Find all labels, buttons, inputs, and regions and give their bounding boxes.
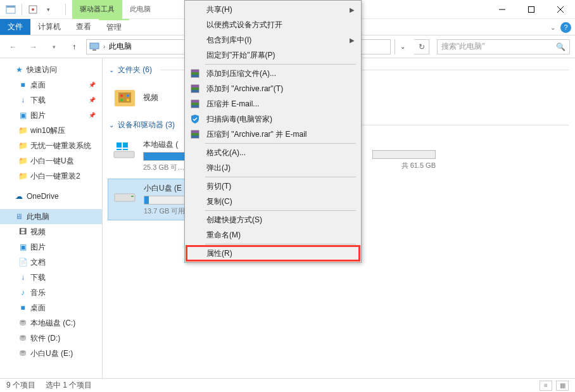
- forward-button[interactable]: →: [25, 39, 42, 55]
- item-icon: ■: [18, 303, 28, 313]
- sidebar-item[interactable]: ▣图片📌: [0, 108, 102, 123]
- context-menu-item[interactable]: 弹出(J): [186, 160, 360, 175]
- context-menu-item[interactable]: 添加到压缩文件(A)...: [186, 66, 360, 81]
- sidebar-item-label: 文档: [30, 257, 46, 268]
- ribbon-context-tab-tools[interactable]: 驱动器工具: [72, 0, 122, 19]
- menu-item-label: 固定到"开始"屏幕(P): [206, 50, 275, 61]
- chevron-down-icon: ⌄: [109, 66, 114, 73]
- sidebar-item-label: 本地磁盘 (C:): [30, 318, 75, 329]
- menu-item-label: 包含到库中(I): [206, 35, 251, 46]
- svg-rect-5: [529, 6, 534, 12]
- pc-icon: 🖥: [14, 212, 24, 222]
- sidebar-item[interactable]: ↓下载: [0, 270, 102, 285]
- expand-ribbon-icon[interactable]: ⌄: [550, 24, 555, 31]
- context-menu-item[interactable]: 固定到"开始"屏幕(P): [186, 47, 360, 63]
- cloud-icon: ☁: [14, 191, 24, 201]
- sidebar-item[interactable]: 📄文档: [0, 255, 102, 270]
- svg-rect-43: [191, 133, 199, 136]
- sidebar-onedrive[interactable]: ☁ OneDrive: [0, 189, 102, 204]
- breadcrumb-dropdown[interactable]: ⌄: [395, 39, 410, 54]
- sidebar-item[interactable]: 📁小白一键重装2: [0, 168, 102, 184]
- sidebar-item[interactable]: ⛃软件 (D:): [0, 331, 102, 346]
- up-button[interactable]: ↑: [66, 39, 82, 55]
- sidebar-item[interactable]: 📁win10解压: [0, 123, 102, 138]
- tab-computer[interactable]: 计算机: [30, 19, 68, 35]
- svg-rect-40: [191, 105, 199, 108]
- back-button[interactable]: ←: [5, 39, 22, 55]
- navigation-pane[interactable]: ★ 快速访问 ■桌面📌↓下载📌▣图片📌📁win10解压📁无忧一键重装系统📁小白一…: [0, 58, 103, 378]
- search-icon: 🔍: [556, 42, 566, 51]
- qat-properties-icon[interactable]: [26, 3, 40, 16]
- svg-point-13: [127, 94, 129, 97]
- context-menu-item[interactable]: 压缩到 "Archive.rar" 并 E-mail: [186, 127, 360, 142]
- menu-separator: [205, 210, 356, 211]
- item-icon: ♪: [18, 288, 28, 298]
- svg-rect-26: [123, 149, 128, 150]
- sidebar-item[interactable]: 🎞视频: [0, 224, 102, 239]
- item-icon: ↓: [18, 272, 28, 282]
- context-menu-item[interactable]: 包含到库中(I)▶: [186, 32, 360, 47]
- sidebar-item-label: 下载: [30, 95, 46, 106]
- close-button[interactable]: [546, 0, 575, 19]
- item-icon: ⛃: [18, 318, 28, 328]
- sidebar-item[interactable]: 📁小白一键U盘: [0, 153, 102, 168]
- context-menu-item[interactable]: 重命名(M): [186, 227, 360, 243]
- sidebar-item[interactable]: ♪音乐: [0, 285, 102, 300]
- sidebar-item[interactable]: 📁无忧一键重装系统: [0, 138, 102, 153]
- context-menu-item[interactable]: 扫描病毒(电脑管家): [186, 111, 360, 127]
- folder-tile[interactable]: 视频: [108, 82, 190, 113]
- sidebar-item[interactable]: ⛃小白U盘 (E:): [0, 346, 102, 361]
- context-menu-item[interactable]: 剪切(T): [186, 179, 360, 194]
- expand-icon[interactable]: [5, 213, 11, 220]
- qat-dropdown-icon[interactable]: ▾: [41, 3, 55, 16]
- context-menu-item[interactable]: 创建快捷方式(S): [186, 212, 360, 227]
- window-icon[interactable]: [4, 3, 18, 16]
- expand-icon[interactable]: [5, 66, 11, 73]
- submenu-arrow-icon: ▶: [350, 6, 355, 13]
- view-tiles-button[interactable]: ▦: [556, 381, 569, 391]
- menu-item-label: 重命名(M): [206, 230, 241, 241]
- menu-item-label: 添加到 "Archive.rar"(T): [206, 84, 283, 94]
- menu-item-icon: [189, 213, 201, 226]
- minimize-button[interactable]: [488, 0, 517, 19]
- sidebar-item-label: 图片: [30, 110, 46, 121]
- context-menu-item[interactable]: 压缩并 E-mail...: [186, 96, 360, 111]
- item-icon: ▣: [18, 110, 28, 120]
- item-icon: ▣: [18, 242, 28, 252]
- svg-point-15: [127, 99, 129, 101]
- tab-file[interactable]: 文件: [0, 19, 30, 35]
- tab-view[interactable]: 查看: [68, 19, 99, 35]
- context-menu-item[interactable]: 共享(H)▶: [186, 2, 360, 17]
- context-menu[interactable]: 共享(H)▶以便携式设备方式打开包含到库中(I)▶固定到"开始"屏幕(P)添加到…: [184, 0, 362, 263]
- sidebar-item[interactable]: ▣图片: [0, 239, 102, 255]
- expand-icon[interactable]: [5, 193, 11, 199]
- breadcrumb-this-pc[interactable]: 此电脑: [109, 41, 132, 52]
- sidebar-quick-access[interactable]: ★ 快速访问: [0, 62, 102, 77]
- svg-rect-24: [123, 142, 128, 148]
- menu-item-icon: [189, 229, 201, 241]
- sidebar-item[interactable]: ↓下载📌: [0, 92, 102, 108]
- context-menu-item[interactable]: 以便携式设备方式打开: [186, 17, 360, 32]
- context-menu-item[interactable]: 属性(R): [186, 246, 360, 261]
- menu-item-icon: [189, 82, 201, 95]
- sidebar-this-pc[interactable]: 🖥 此电脑: [0, 209, 102, 224]
- maximize-button[interactable]: [517, 0, 546, 19]
- sidebar-item[interactable]: ⛃本地磁盘 (C:): [0, 315, 102, 331]
- context-menu-item[interactable]: 添加到 "Archive.rar"(T): [186, 81, 360, 96]
- refresh-button[interactable]: ↻: [414, 39, 429, 54]
- search-input[interactable]: 搜索"此电脑" 🔍: [437, 39, 570, 54]
- svg-rect-1: [6, 6, 15, 8]
- context-menu-item[interactable]: 格式化(A)...: [186, 145, 360, 160]
- view-details-button[interactable]: ≡: [540, 381, 552, 391]
- context-menu-item[interactable]: 复制(C): [186, 194, 360, 209]
- svg-rect-23: [117, 142, 122, 148]
- sidebar-item[interactable]: ■桌面📌: [0, 77, 102, 92]
- sidebar-item[interactable]: ■桌面: [0, 300, 102, 315]
- help-icon[interactable]: ?: [560, 22, 571, 33]
- menu-item-icon: [189, 146, 201, 159]
- item-icon: ↓: [18, 95, 28, 105]
- drive-name: [434, 139, 436, 148]
- tab-manage[interactable]: 管理: [99, 19, 129, 35]
- status-bar: 9 个项目 选中 1 个项目 ≡ ▦: [0, 378, 575, 392]
- recent-dropdown[interactable]: ▾: [46, 39, 62, 55]
